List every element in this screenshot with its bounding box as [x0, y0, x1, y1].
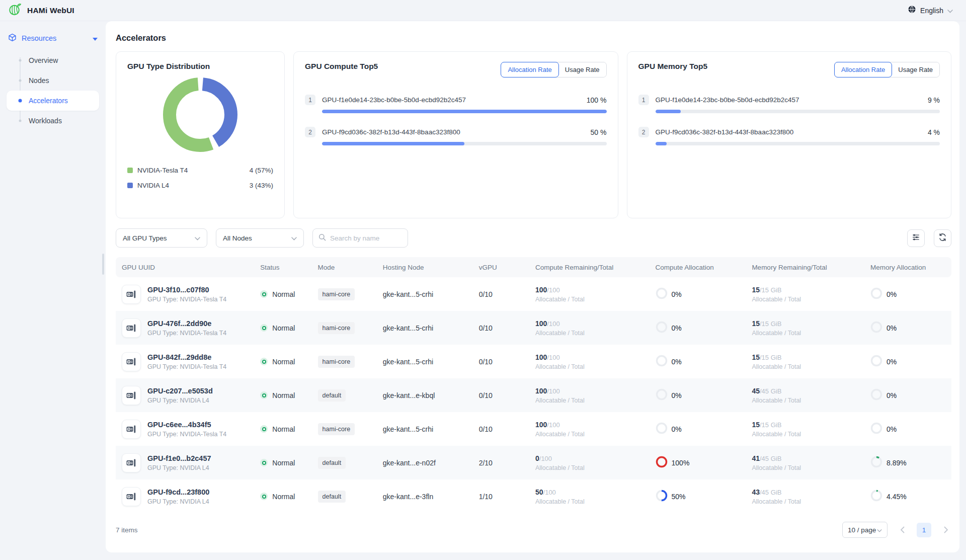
search-input[interactable]	[330, 234, 402, 242]
sidebar-section-label: Resources	[22, 34, 93, 42]
items-count: 7 items	[116, 526, 138, 534]
sidebar-item-workloads[interactable]: Workloads	[7, 111, 99, 131]
memory-remaining: 15	[752, 286, 760, 294]
memory-remaining: 41	[752, 454, 760, 462]
col-compute-remaining: Compute Remaining/Total	[535, 264, 656, 271]
top5-progress-track	[322, 142, 607, 145]
refresh-button[interactable]	[934, 229, 951, 247]
gpu-type-distribution-card: GPU Type Distribution NVIDIA-Tesla T4 4 …	[116, 51, 285, 218]
language-selector[interactable]: English	[908, 5, 966, 16]
memory-allocation-ring	[870, 456, 882, 469]
legend-item: NVIDIA L4 3 (43%)	[127, 178, 273, 193]
table-row[interactable]: GPU-c6ee...4b34f5 GPU Type: NVIDIA-Tesla…	[116, 412, 951, 446]
gpu-compute-top5-card: GPU Compute Top5 Allocation Rate Usage R…	[293, 51, 618, 218]
next-page-icon[interactable]	[940, 524, 951, 535]
memory-total: /15 GiB	[760, 421, 781, 429]
memory-sub-label: Allocatable / Total	[752, 498, 870, 505]
memory-allocation-pct: 0%	[887, 391, 897, 399]
status-label: Normal	[272, 493, 295, 501]
rank-badge: 2	[638, 127, 649, 137]
usage-rate-tab[interactable]: Usage Rate	[558, 62, 606, 77]
globe-icon	[908, 5, 916, 16]
allocation-rate-tab[interactable]: Allocation Rate	[501, 62, 558, 77]
usage-rate-tab[interactable]: Usage Rate	[892, 62, 939, 77]
page-size-select[interactable]: 10 / page	[842, 522, 888, 538]
sidebar-item-nodes[interactable]: Nodes	[7, 70, 99, 91]
compute-sub-label: Allocatable / Total	[535, 397, 656, 404]
compute-allocation-ring	[656, 355, 668, 368]
compute-remaining: 100	[535, 421, 547, 429]
table-row[interactable]: GPU-842f...29dd8e GPU Type: NVIDIA-Tesla…	[116, 345, 951, 378]
sidebar-section-resources[interactable]: Resources	[8, 31, 98, 45]
memory-allocation-pct: 8.89%	[887, 459, 907, 467]
filter-bar: All GPU Types All Nodes	[116, 228, 951, 248]
status-ok-icon	[260, 493, 268, 500]
compute-remaining: 100	[535, 387, 547, 395]
vgpu-value: 0/10	[479, 290, 535, 298]
gpu-table: GPU UUID Status Mode Hosting Node vGPU C…	[116, 257, 951, 540]
mode-badge: default	[318, 389, 346, 402]
gpu-type-label: GPU Type: NVIDIA-Tesla T4	[147, 330, 226, 337]
scrollbar-thumb[interactable]	[102, 254, 104, 275]
col-gpu-uuid: GPU UUID	[116, 264, 260, 271]
node-select[interactable]: All Nodes	[216, 228, 304, 248]
table-row[interactable]: GPU-476f...2dd90e GPU Type: NVIDIA-Tesla…	[116, 311, 951, 345]
top5-progress-fill	[322, 110, 607, 113]
top5-progress-fill	[322, 142, 464, 145]
mode-badge: default	[318, 491, 346, 503]
memory-allocation-pct: 4.45%	[887, 493, 907, 501]
hosting-node: gke-kant...5-crhi	[383, 425, 479, 433]
table-row[interactable]: GPU-c207...e5053d GPU Type: NVIDIA L4 No…	[116, 378, 951, 412]
memory-total: /15 GiB	[760, 354, 781, 361]
allocation-rate-tab[interactable]: Allocation Rate	[834, 62, 892, 77]
col-compute-allocation: Compute Allocation	[656, 264, 752, 271]
card-title: GPU Compute Top5	[305, 62, 378, 71]
table-row[interactable]: GPU-3f10...c07f80 GPU Type: NVIDIA-Tesla…	[116, 277, 951, 311]
compute-allocation-pct: 100%	[672, 459, 690, 467]
sidebar-item-accelerators[interactable]: Accelerators	[7, 91, 99, 111]
compute-allocation-ring	[656, 490, 668, 503]
vgpu-value: 0/10	[479, 391, 535, 399]
compute-allocation-pct: 50%	[672, 493, 686, 501]
memory-allocation-pct: 0%	[887, 425, 897, 433]
table-row[interactable]: GPU-f9cd...23f800 GPU Type: NVIDIA L4 No…	[116, 479, 951, 513]
top5-value: 9 %	[928, 96, 940, 104]
tree-dot	[19, 79, 21, 82]
top5-progress-track	[656, 110, 940, 113]
memory-remaining: 45	[752, 387, 760, 395]
col-hosting-node: Hosting Node	[383, 264, 479, 271]
status-label: Normal	[272, 459, 295, 467]
app-title: HAMi WebUI	[27, 6, 74, 15]
status-ok-icon	[260, 459, 268, 466]
mode-badge: hami-core	[318, 423, 355, 435]
chevron-down-icon	[291, 234, 297, 242]
compute-remaining: 100	[535, 286, 547, 294]
vgpu-value: 1/10	[479, 493, 535, 501]
prev-page-icon[interactable]	[897, 524, 908, 535]
compute-allocation-pct: 0%	[672, 324, 682, 332]
gpu-uuid: GPU-c207...e5053d	[147, 387, 213, 395]
table-row[interactable]: GPU-f1e0...b2c457 GPU Type: NVIDIA L4 No…	[116, 446, 951, 479]
compute-sub-label: Allocatable / Total	[535, 431, 656, 438]
gpu-type-select[interactable]: All GPU Types	[116, 228, 207, 248]
page-number-button[interactable]: 1	[917, 523, 931, 537]
sidebar-item-overview[interactable]: Overview	[7, 50, 99, 70]
card-title: GPU Type Distribution	[127, 62, 273, 71]
chevron-down-icon	[195, 234, 200, 242]
top5-gpu-name: GPU-f1e0de14-23bc-b0be-5b0d-ecbd92b2c457	[656, 96, 928, 104]
column-settings-button[interactable]	[907, 229, 925, 247]
memory-allocation-ring	[870, 422, 882, 436]
hosting-node: gke-kant...e-kbql	[383, 391, 479, 399]
memory-allocation-ring	[870, 321, 882, 335]
tree-dot	[18, 99, 22, 103]
status-label: Normal	[272, 425, 295, 433]
table-body: GPU-3f10...c07f80 GPU Type: NVIDIA-Tesla…	[116, 277, 951, 513]
col-memory-remaining: Memory Remaining/Total	[752, 264, 870, 271]
col-status: Status	[260, 264, 317, 271]
col-mode: Mode	[318, 264, 383, 271]
compute-allocation-pct: 0%	[672, 290, 682, 298]
language-label: English	[920, 7, 943, 15]
compute-allocation-pct: 0%	[672, 391, 682, 399]
status-label: Normal	[272, 290, 295, 298]
compute-total: /100	[547, 354, 559, 361]
